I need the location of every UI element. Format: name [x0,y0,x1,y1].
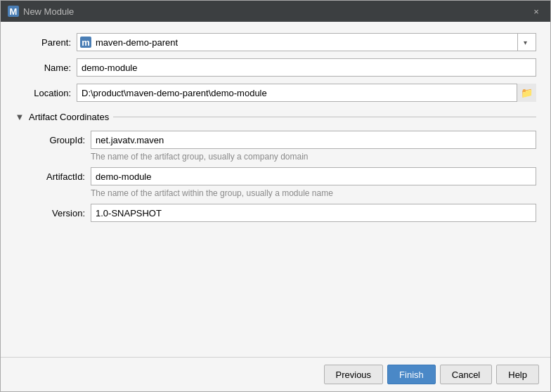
browse-button[interactable]: 📁 [517,84,536,102]
location-input[interactable] [77,84,536,102]
dialog-content: Parent: m maven-demo-parent ▾ Name: Loca… [1,22,550,357]
section-divider [113,117,536,117]
groupid-hint: The name of the artifact group, usually … [29,152,536,162]
close-button[interactable]: × [529,4,543,18]
title-bar: M New Module × [1,1,550,22]
groupid-row: GroupId: [29,131,536,149]
artifact-section-title: Artifact Coordinates [29,112,109,122]
dialog-icon: M [8,6,19,17]
version-row: Version: [29,204,536,222]
cancel-button[interactable]: Cancel [440,365,492,384]
groupid-label: GroupId: [29,135,85,145]
parent-row: Parent: m maven-demo-parent ▾ [15,33,536,51]
dialog-footer: Previous Finish Cancel Help [1,357,550,391]
location-label: Location: [15,88,71,98]
help-button[interactable]: Help [496,365,539,384]
previous-button[interactable]: Previous [324,365,384,384]
version-label: Version: [29,208,85,218]
location-input-wrapper: 📁 [77,84,536,102]
parent-value: maven-demo-parent [96,37,517,48]
artifactid-row: ArtifactId: [29,167,536,185]
section-toggle[interactable]: ▼ [15,112,25,122]
parent-dropdown-arrow: ▾ [517,34,533,51]
artifact-section-header: ▼ Artifact Coordinates [15,112,536,122]
title-bar-left: M New Module [8,6,74,17]
parent-icon: m [80,37,91,48]
new-module-dialog: M New Module × Parent: m maven-demo-pare… [0,0,551,392]
dialog-title: New Module [23,6,74,17]
parent-dropdown[interactable]: m maven-demo-parent ▾ [77,33,536,51]
artifactid-label: ArtifactId: [29,171,85,182]
location-row: Location: 📁 [15,84,536,102]
finish-button[interactable]: Finish [387,365,436,384]
name-input[interactable] [77,58,536,77]
version-input[interactable] [91,204,536,222]
artifactid-hint: The name of the artifact within the grou… [29,188,536,198]
parent-label: Parent: [15,37,71,48]
artifact-section: GroupId: The name of the artifact group,… [15,131,536,222]
name-row: Name: [15,58,536,77]
artifactid-input[interactable] [91,167,536,185]
name-label: Name: [15,63,71,73]
folder-icon: 📁 [521,87,533,98]
groupid-input[interactable] [91,131,536,149]
